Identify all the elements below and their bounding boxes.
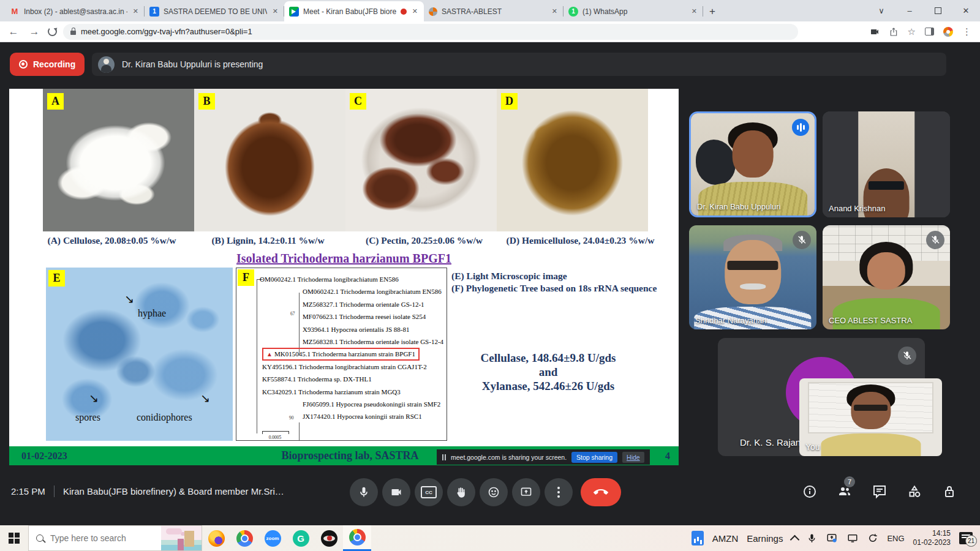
close-icon[interactable]: ✕ bbox=[132, 7, 140, 15]
hide-notification-button[interactable]: Hide bbox=[622, 452, 644, 463]
participant-name: Anand Krishnan bbox=[829, 204, 886, 213]
participant-name: Dr. Kiran Babu Uppuluri bbox=[697, 202, 781, 211]
minimize-button[interactable]: – bbox=[895, 0, 924, 21]
pause-icon bbox=[442, 454, 446, 460]
caption-hemicellulose: (D) Hemicellulose, 24.04±0.23 %w/w bbox=[502, 235, 658, 246]
taskbar-firefox[interactable] bbox=[202, 525, 230, 551]
reload-button[interactable] bbox=[48, 27, 57, 36]
address-bar[interactable]: meet.google.com/ggv-tvaj-vfn?authuser=0&… bbox=[63, 24, 798, 40]
caption-cellulose: (A) Cellulose, 20.08±0.05 %w/w bbox=[34, 235, 190, 246]
video-feed bbox=[823, 111, 950, 217]
taskbar-clock[interactable]: 14:15 01-02-2023 bbox=[913, 529, 951, 547]
search-highlights-illustration[interactable] bbox=[161, 526, 202, 551]
tray-network-icon[interactable] bbox=[846, 533, 859, 544]
participant-name: Shridhar Narayanan bbox=[695, 316, 766, 325]
sastra-favicon-icon bbox=[429, 7, 437, 16]
notification-center-icon[interactable]: 21 bbox=[959, 532, 973, 544]
tree-entry: JX174420.1 Hypocrea koningii strain RSC1 bbox=[236, 410, 447, 422]
news-ticker[interactable]: AMZN Earnings bbox=[712, 533, 783, 544]
mic-off-icon bbox=[793, 231, 811, 249]
participant-name: You bbox=[805, 442, 820, 452]
ticker-label: Earnings bbox=[747, 533, 783, 544]
activities-button[interactable] bbox=[907, 484, 922, 499]
taskbar-recorder[interactable] bbox=[315, 525, 343, 551]
close-window-button[interactable]: ✕ bbox=[952, 0, 980, 21]
tab-title: (1) WhatsApp bbox=[582, 7, 686, 16]
stop-sharing-button[interactable]: Stop sharing bbox=[571, 452, 617, 463]
tile-self-view[interactable]: You bbox=[799, 378, 942, 456]
present-button[interactable] bbox=[512, 478, 540, 506]
taskbar-grammarly[interactable]: G bbox=[287, 525, 315, 551]
tab-gmail[interactable]: M Inbox (2) - ablest@sastra.ac.in - S ✕ bbox=[5, 1, 145, 21]
mic-button[interactable] bbox=[350, 478, 378, 506]
tab-meet-active[interactable]: Meet - Kiran Babu(JFB bioref ✕ bbox=[284, 1, 424, 21]
taskbar-zoom[interactable]: zoom bbox=[258, 525, 287, 551]
screen-share-notification: meet.google.com is sharing your screen. … bbox=[437, 449, 650, 465]
more-options-button[interactable] bbox=[545, 478, 573, 506]
tab-whatsapp[interactable]: 1 (1) WhatsApp ✕ bbox=[564, 1, 703, 21]
tab-sastra-ablest[interactable]: SASTRA-ABLEST ✕ bbox=[424, 1, 564, 21]
tile-ceo-ablest[interactable]: CEO ABLEST SASTRA bbox=[823, 225, 950, 329]
participant-name: CEO ABLEST SASTRA bbox=[829, 316, 912, 325]
meeting-name: Kiran Babu(JFB biorefinery) & Board memb… bbox=[63, 486, 284, 497]
taskbar-chrome-active[interactable] bbox=[343, 525, 371, 551]
url-text: meet.google.com/ggv-tvaj-vfn?authuser=0&… bbox=[81, 27, 252, 36]
start-button[interactable] bbox=[0, 525, 28, 551]
close-icon[interactable]: ✕ bbox=[411, 7, 419, 15]
presenting-banner: Dr. Kiran Babu Uppuluri is presenting bbox=[92, 53, 946, 76]
meet-icon bbox=[289, 7, 299, 17]
stocks-icon[interactable] bbox=[692, 531, 704, 545]
participants-count-badge: 7 bbox=[844, 476, 855, 487]
tile-kiran-babu[interactable]: Dr. Kiran Babu Uppuluri bbox=[689, 111, 816, 217]
tray-mic-icon[interactable] bbox=[807, 533, 817, 544]
side-panel-icon[interactable] bbox=[925, 28, 934, 36]
close-icon[interactable]: ✕ bbox=[690, 7, 698, 15]
raise-hand-button[interactable] bbox=[447, 478, 475, 506]
participants-button[interactable]: 7 bbox=[837, 484, 852, 499]
forward-button[interactable]: → bbox=[27, 26, 42, 38]
tab-search-caret[interactable]: ∨ bbox=[867, 0, 895, 21]
divider bbox=[54, 485, 55, 497]
end-call-button[interactable] bbox=[581, 478, 621, 506]
browser-menu-icon[interactable]: ⋮ bbox=[962, 26, 971, 37]
tree-entry: KC342029.1 Trichoderma harzianum strain … bbox=[236, 386, 447, 398]
info-button[interactable] bbox=[802, 484, 817, 499]
photo-cellulose: A bbox=[43, 89, 194, 231]
browser-tab-strip: M Inbox (2) - ablest@sastra.ac.in - S ✕ … bbox=[0, 0, 980, 21]
camera-in-use-icon[interactable] bbox=[870, 27, 880, 37]
taskbar-chrome[interactable] bbox=[230, 525, 258, 551]
recording-label: Recording bbox=[33, 59, 75, 69]
search-input[interactable] bbox=[49, 533, 143, 544]
tab-sastra-university[interactable]: 1 SASTRA DEEMED TO BE UNIVERS ✕ bbox=[145, 1, 284, 21]
close-icon[interactable]: ✕ bbox=[551, 7, 559, 15]
tile-shridhar-narayanan[interactable]: Shridhar Narayanan bbox=[689, 225, 816, 329]
back-button[interactable]: ← bbox=[6, 26, 21, 38]
taskbar-search[interactable] bbox=[28, 525, 202, 551]
camera-button[interactable] bbox=[382, 478, 410, 506]
conidiophores-arrow-icon: ↘ bbox=[200, 391, 210, 405]
show-hidden-icons-chevron[interactable] bbox=[790, 534, 800, 544]
tree-entry-highlighted: ▲MK015045.1 Trichoderma harzianum strain… bbox=[236, 348, 447, 360]
tab-title: Inbox (2) - ablest@sastra.ac.in - S bbox=[24, 7, 127, 16]
chat-button[interactable] bbox=[872, 484, 887, 499]
conidiophores-label: conidiophores bbox=[137, 412, 192, 423]
extension-icon[interactable] bbox=[943, 27, 953, 37]
maximize-button[interactable] bbox=[924, 0, 952, 21]
tab-title: SASTRA DEEMED TO BE UNIVERS bbox=[164, 7, 267, 16]
captions-button[interactable]: CC bbox=[415, 478, 443, 506]
tile-anand-krishnan[interactable]: Anand Krishnan bbox=[823, 111, 950, 217]
micrograph-panel: E ↘ hyphae ↘ spores ↘ conidiophores bbox=[46, 268, 233, 441]
scale-bar bbox=[262, 431, 289, 434]
tray-sync-icon[interactable] bbox=[867, 533, 878, 544]
tray-screenshare-icon[interactable] bbox=[826, 533, 838, 544]
eye-icon bbox=[321, 530, 337, 547]
close-icon[interactable]: ✕ bbox=[271, 7, 279, 15]
new-tab-button[interactable]: + bbox=[709, 6, 715, 18]
bookmark-star-icon[interactable]: ☆ bbox=[908, 26, 916, 37]
language-switcher[interactable]: ENG bbox=[887, 534, 904, 543]
tab-recording-dot-icon bbox=[401, 9, 407, 15]
share-icon[interactable] bbox=[889, 27, 899, 37]
reactions-button[interactable] bbox=[480, 478, 508, 506]
host-controls-button[interactable] bbox=[942, 484, 957, 499]
presentation-slide: A B C D (A) Cellulose, 20.08±0.05 %w/w (… bbox=[9, 89, 679, 465]
